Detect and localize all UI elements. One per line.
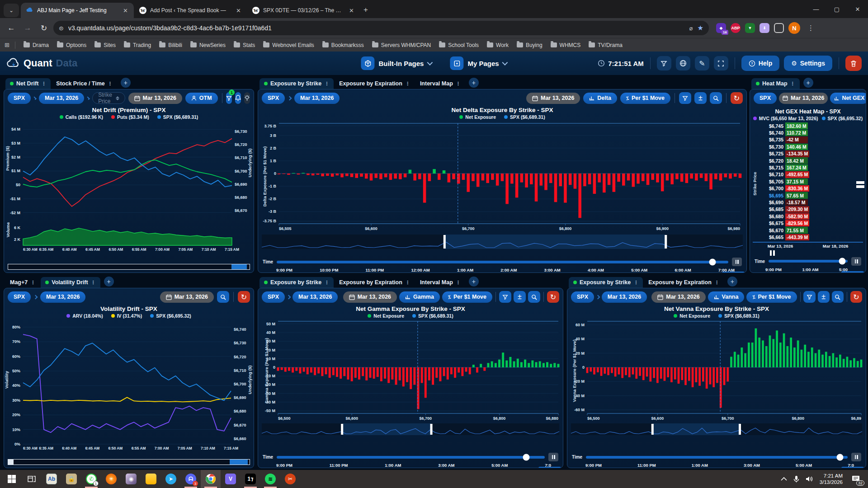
legend-item[interactable]: SPX ($6,689.31) (412, 313, 453, 319)
close-button[interactable]: ✕ (847, 0, 868, 18)
bookmark-item[interactable]: Optoons (53, 41, 90, 50)
heatmap-cell[interactable]: 110.72 M (785, 130, 808, 136)
bookmark-item[interactable]: Sites (91, 41, 119, 50)
date-pill[interactable]: Mar 13, 2026 (602, 291, 647, 303)
symbol-pill[interactable]: SPX (262, 291, 285, 303)
add-tab-button[interactable]: + (469, 277, 479, 286)
tab-volatility-drift[interactable]: Volatility Drift⋮ (41, 277, 100, 288)
heatmap-cell[interactable]: -18.57 M (785, 199, 808, 206)
microphone-icon[interactable] (793, 475, 799, 483)
tab-stock-price-time[interactable]: Stock Price / Time⋮ (52, 78, 117, 89)
vertical-scrollbar[interactable] (856, 181, 864, 188)
delete-page-button[interactable] (845, 56, 862, 71)
add-tab-button[interactable]: + (727, 277, 737, 286)
tab-exposure-by-expiration[interactable]: Exposure by Expiration⋮ (644, 277, 724, 288)
ideas-bulb-icon[interactable] (244, 92, 250, 104)
telegram-icon[interactable]: ➤ (161, 470, 181, 488)
tab-exposure-by-expiration[interactable]: Exposure by Expiration⋮ (335, 78, 415, 89)
heatmap-row[interactable]: $6,72018.42 M (750, 157, 866, 164)
taskbar-clock[interactable]: 7:21 AM 3/13/2026 (820, 473, 843, 486)
bookmark-item[interactable]: Drama (20, 41, 52, 50)
time-slider-handle[interactable] (836, 454, 843, 460)
heatmap-row[interactable]: $6,680-582.90 M (750, 213, 866, 220)
browser-tab-2[interactable]: W Add Post ‹ The Spread Book — ✕ (134, 3, 247, 18)
file-explorer-icon[interactable] (141, 470, 161, 488)
panel-filter-icon[interactable] (499, 291, 511, 303)
heatmap-row[interactable]: $6,70537.15 M (750, 178, 866, 185)
legend-item[interactable]: IV (31.47%) (111, 313, 142, 319)
legend-item[interactable]: Calls ($192.96 K) (60, 114, 103, 120)
pause-button[interactable] (851, 257, 861, 266)
delta-chart[interactable]: 3.75 B3 B2 B1 B0-1 B-2 B-3 B-3.75 B$6,50… (258, 120, 746, 233)
notification-center-icon[interactable]: 32 (849, 473, 863, 485)
pause-button[interactable] (548, 453, 558, 461)
calendar-date-pill[interactable]: Mar 13, 2026 (128, 93, 182, 104)
bookmark-item[interactable]: Servers WHM/CPAN (368, 41, 434, 50)
time-slider-handle[interactable] (709, 258, 716, 265)
greek-pill[interactable]: Gamma (399, 291, 440, 303)
zoom-search-icon[interactable] (528, 291, 540, 303)
otm-pill[interactable]: OTM (185, 93, 218, 104)
legend-item[interactable]: ARV (18.04%) (66, 313, 103, 319)
date-pill[interactable]: Mar 13, 2026 (292, 291, 338, 303)
adblock-icon[interactable]: ABP (731, 23, 741, 33)
add-tab-button[interactable]: + (803, 78, 813, 88)
reload-icon[interactable]: ↻ (37, 21, 51, 35)
spotify-icon[interactable]: ≋ (260, 470, 280, 488)
calendar-date-pill[interactable]: Mar 13, 2026 (526, 93, 580, 104)
gamma-minimap[interactable] (258, 422, 563, 437)
time-slider[interactable] (277, 261, 728, 263)
apps-grid-icon[interactable]: ⊞ (5, 42, 9, 48)
legend-item[interactable]: Net Exposure (674, 313, 710, 319)
heatmap-cell[interactable]: 167.24 M (785, 164, 808, 171)
reset-icon[interactable]: ↻ (238, 291, 250, 303)
symbol-pill[interactable]: SPX (754, 93, 777, 104)
strike-price-select[interactable]: Strike Price (92, 92, 125, 104)
legend-item[interactable]: Net Exposure (459, 114, 496, 120)
plus-minus-icon[interactable]: ± (818, 291, 830, 303)
heatmap-row[interactable]: $6,665-443.39 M (750, 234, 866, 240)
symbol-pill[interactable]: SPX (8, 93, 31, 104)
pause-button[interactable] (732, 258, 742, 266)
net-drift-chart[interactable]: $4 M$3 M$2 M$1 M$0-$1 M-$2 M$6,730$6,720… (4, 120, 254, 255)
vanna-minimap[interactable] (567, 422, 866, 437)
tab-heat-map[interactable]: Heat Map⋮ (751, 78, 800, 89)
start-button[interactable] (2, 470, 22, 488)
extension-icon[interactable]: ◆16 (716, 23, 726, 33)
downloader-icon[interactable]: ▼ (745, 23, 755, 33)
tab-interval-map[interactable]: Interval Map⋮ (415, 277, 465, 288)
pause-button[interactable] (851, 453, 861, 461)
heatmap-cell[interactable]: 18.42 M (785, 157, 808, 164)
bookmark-item[interactable]: Trading (120, 41, 155, 50)
discord-icon[interactable]: ᗣ3 (181, 470, 201, 488)
tray-chevron-up-icon[interactable] (781, 477, 787, 481)
heatmap-row[interactable]: $6,675-829.56 M (750, 220, 866, 226)
heatmap-brush[interactable] (770, 250, 866, 256)
legend-item[interactable]: SPX ($6,689.31) (718, 313, 760, 319)
heatmap-cell[interactable]: 182.60 M (785, 122, 808, 129)
maximize-button[interactable]: ▢ (826, 0, 847, 18)
add-tab-button[interactable]: + (469, 78, 479, 88)
per-move-pill[interactable]: ⁒ Per $1 Move (620, 93, 670, 104)
reset-icon[interactable]: ↻ (850, 291, 862, 303)
heatmap-cell[interactable]: -830.36 M (785, 185, 809, 192)
zoom-search-icon[interactable] (710, 92, 722, 104)
site-settings-icon[interactable]: ⊜ (59, 25, 64, 32)
url-text[interactable]: v3.quantdata.us/page/custom/3bdaa9b2-c8d… (68, 24, 685, 32)
heatmap-cell[interactable]: -443.39 M (785, 234, 809, 241)
plus-minus-icon[interactable]: ± (514, 291, 526, 303)
whatsapp-icon[interactable]: ✆1 (81, 470, 101, 488)
settings-button[interactable]: ⚙ Settings (784, 56, 832, 71)
legend-item[interactable]: SPX ($6,695.32) (822, 116, 863, 121)
metric-pill[interactable]: Net GEX (830, 93, 866, 104)
net-drift-brush[interactable] (8, 264, 250, 270)
bookmark-item[interactable]: Bilibili (156, 41, 186, 50)
extensions-puzzle-icon[interactable] (774, 23, 784, 33)
bookmark-item[interactable]: TV/Drama (585, 41, 626, 50)
legend-item[interactable]: Puts ($3.34 M) (111, 114, 149, 120)
heatmap-row[interactable]: $6,700-830.36 M (750, 185, 866, 192)
v-app-icon[interactable]: V (221, 470, 241, 488)
calendar-date-pill[interactable]: Mar 13, 2026 (343, 291, 397, 303)
browser-tab-3[interactable]: W SPX 0DTE — 03/12/26 – The Spr ✕ (247, 3, 360, 18)
reset-icon[interactable]: ↻ (731, 92, 743, 104)
